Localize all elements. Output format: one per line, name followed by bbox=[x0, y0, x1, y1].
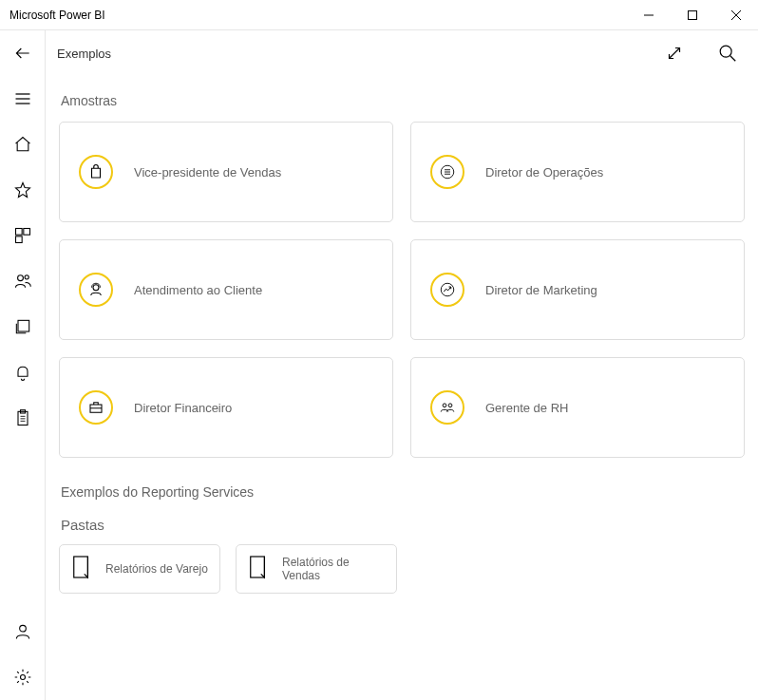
svg-point-30 bbox=[448, 404, 452, 407]
notifications-button[interactable] bbox=[0, 350, 46, 395]
gear-icon bbox=[13, 668, 32, 687]
back-button[interactable] bbox=[0, 30, 46, 76]
home-icon bbox=[13, 135, 32, 154]
page-title: Exemplos bbox=[57, 47, 111, 61]
svg-point-19 bbox=[21, 675, 26, 680]
card-label: Gerente de RH bbox=[485, 401, 568, 415]
card-label: Diretor de Marketing bbox=[485, 283, 597, 297]
sample-card-finance[interactable]: Diretor Financeiro bbox=[59, 357, 393, 458]
folder-label: Relatórios de Varejo bbox=[105, 562, 208, 576]
folders-section-title: Pastas bbox=[61, 517, 745, 533]
svg-point-26 bbox=[93, 285, 99, 291]
content-header: Exemplos bbox=[46, 30, 758, 76]
card-label: Atendimento ao Cliente bbox=[134, 283, 262, 297]
list-icon bbox=[430, 155, 464, 189]
people-group-icon bbox=[430, 390, 464, 425]
stack-icon bbox=[13, 317, 32, 336]
svg-rect-9 bbox=[16, 236, 23, 243]
chart-up-icon bbox=[430, 273, 464, 307]
sample-card-operations[interactable]: Diretor de Operações bbox=[410, 122, 745, 222]
folder-retail-reports[interactable]: Relatórios de Varejo bbox=[59, 544, 220, 594]
menu-button[interactable] bbox=[0, 76, 46, 122]
card-label: Diretor Financeiro bbox=[134, 401, 232, 415]
svg-line-21 bbox=[730, 56, 736, 62]
search-icon bbox=[717, 43, 738, 64]
clipboard-icon bbox=[13, 408, 32, 427]
card-label: Diretor de Operações bbox=[485, 165, 603, 180]
search-button[interactable] bbox=[712, 38, 743, 68]
svg-point-29 bbox=[443, 404, 446, 407]
card-label: Vice-presidente de Vendas bbox=[134, 165, 281, 180]
apps-button[interactable] bbox=[0, 213, 46, 258]
person-icon bbox=[13, 622, 32, 641]
folder-label: Relatórios de Vendas bbox=[282, 556, 385, 582]
briefcase-icon bbox=[79, 390, 113, 425]
minimize-button[interactable] bbox=[627, 0, 671, 30]
svg-point-20 bbox=[720, 46, 731, 57]
svg-rect-8 bbox=[24, 229, 30, 236]
headset-icon bbox=[79, 273, 113, 307]
shared-button[interactable] bbox=[0, 258, 46, 304]
window-controls bbox=[627, 0, 758, 30]
hamburger-icon bbox=[13, 89, 32, 108]
svg-rect-7 bbox=[16, 229, 23, 236]
svg-point-10 bbox=[18, 275, 24, 281]
sample-card-hr[interactable]: Gerente de RH bbox=[410, 357, 745, 458]
clipboard-button[interactable] bbox=[0, 395, 46, 441]
apps-icon bbox=[13, 226, 32, 245]
svg-point-11 bbox=[25, 275, 28, 279]
close-icon bbox=[731, 10, 741, 20]
settings-button[interactable] bbox=[0, 654, 46, 700]
favorites-button[interactable] bbox=[0, 167, 46, 213]
titlebar: Microsoft Power BI bbox=[0, 0, 758, 30]
bell-icon bbox=[13, 363, 32, 382]
account-button[interactable] bbox=[0, 609, 46, 654]
expand-button[interactable] bbox=[659, 38, 690, 68]
sample-card-customer[interactable]: Atendimento ao Cliente bbox=[59, 239, 393, 340]
minimize-icon bbox=[644, 10, 654, 20]
star-icon bbox=[13, 180, 32, 199]
maximize-icon bbox=[688, 10, 697, 20]
rs-section-title: Exemplos do Reporting Services bbox=[61, 484, 745, 500]
workspaces-button[interactable] bbox=[0, 304, 46, 350]
content-area: Exemplos Amostras Vice-presidente de Ven… bbox=[46, 30, 758, 700]
close-button[interactable] bbox=[714, 0, 758, 30]
sidebar bbox=[0, 30, 46, 700]
svg-rect-1 bbox=[689, 10, 697, 19]
folder-icon bbox=[248, 555, 269, 583]
samples-section-title: Amostras bbox=[61, 93, 745, 108]
shopping-bag-icon bbox=[79, 155, 113, 189]
svg-rect-12 bbox=[18, 320, 29, 331]
expand-icon bbox=[664, 43, 685, 64]
people-icon bbox=[13, 272, 32, 291]
folder-icon bbox=[71, 555, 92, 583]
home-button[interactable] bbox=[0, 122, 46, 167]
sample-card-vp-sales[interactable]: Vice-presidente de Vendas bbox=[59, 122, 393, 222]
svg-rect-32 bbox=[251, 557, 265, 577]
sample-card-marketing[interactable]: Diretor de Marketing bbox=[410, 239, 745, 340]
back-icon bbox=[13, 44, 32, 63]
maximize-button[interactable] bbox=[671, 0, 714, 30]
svg-rect-31 bbox=[74, 557, 88, 577]
svg-point-18 bbox=[20, 625, 27, 632]
window-title: Microsoft Power BI bbox=[9, 9, 105, 22]
folder-sales-reports[interactable]: Relatórios de Vendas bbox=[236, 544, 397, 594]
